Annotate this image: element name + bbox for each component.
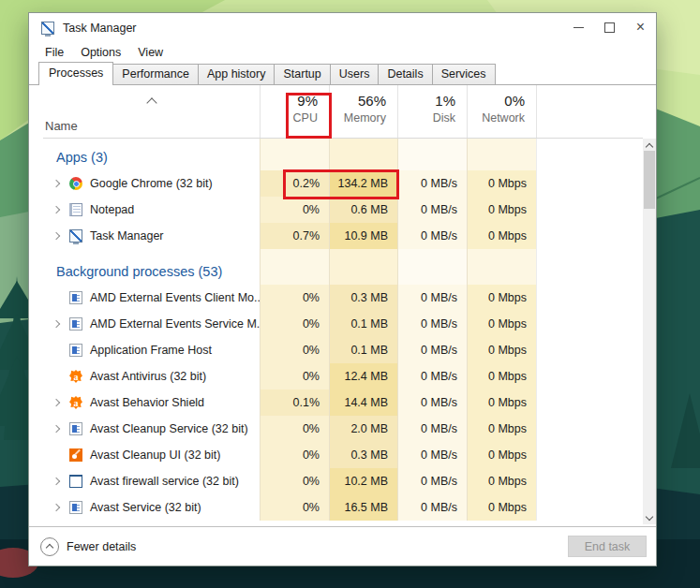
memory-cell: 16.5 MB — [329, 494, 397, 521]
tab-services[interactable]: Services — [432, 64, 496, 84]
close-button[interactable]: × — [625, 13, 656, 42]
avast-icon — [69, 396, 82, 409]
disk-cell — [397, 249, 467, 258]
expand-chevron-icon[interactable] — [52, 478, 60, 485]
network-cell — [467, 258, 536, 285]
disk-column-header[interactable]: 1% Disk — [397, 85, 467, 138]
disk-cell: 0 MB/s — [397, 285, 467, 311]
disk-cell: 0 MB/s — [397, 311, 467, 337]
network-column-header[interactable]: 0% Network — [467, 85, 536, 138]
process-name: AMD External Events Client Mo... — [90, 291, 263, 304]
process-name: Avast Antivirus (32 bit) — [90, 370, 206, 383]
process-row[interactable]: Avast Cleanup Service (32 bit) 0% 2.0 MB… — [43, 416, 643, 442]
memory-cell: 0.1 MB — [329, 337, 397, 363]
tab-users[interactable]: Users — [330, 64, 380, 84]
cpu-cell — [260, 144, 329, 170]
chevron-down-icon — [646, 512, 653, 520]
disk-cell: 0 MB/s — [397, 337, 467, 363]
footer-bar: Fewer details End task — [29, 526, 656, 566]
chrome-usage-highlight — [283, 169, 399, 199]
process-row[interactable]: AMD External Events Service M... 0% 0.1 … — [43, 311, 643, 337]
process-row[interactable]: Avast Service (32 bit) 0% 16.5 MB 0 MB/s… — [43, 494, 643, 521]
expand-chevron-icon[interactable] — [52, 232, 60, 240]
title-bar[interactable]: Task Manager × — [29, 13, 656, 42]
menu-options[interactable]: Options — [72, 46, 129, 59]
name-header-label: Name — [45, 119, 78, 133]
process-row[interactable]: Task Manager 0.7% 10.9 MB 0 MB/s 0 Mbps — [43, 223, 643, 249]
process-name: Avast Cleanup Service (32 bit) — [90, 422, 248, 435]
memory-cell: 0.6 MB — [329, 197, 397, 223]
process-row[interactable]: Application Frame Host 0% 0.1 MB 0 MB/s … — [43, 337, 643, 363]
network-cell: 0 Mbps — [467, 197, 536, 223]
row-filler — [536, 337, 643, 363]
cpu-cell: 0% — [260, 416, 329, 442]
expand-chevron-icon[interactable] — [52, 425, 60, 433]
process-row[interactable]: Avast Cleanup UI (32 bit) 0% 0.3 MB 0 MB… — [43, 442, 643, 468]
process-name: Google Chrome (32 bit) — [90, 177, 213, 190]
row-filler — [536, 468, 643, 494]
memory-total-usage: 56% — [330, 93, 386, 109]
cpu-cell: 0% — [260, 285, 329, 311]
group-spacer — [43, 249, 643, 258]
expand-chevron-icon[interactable] — [52, 206, 60, 213]
cpu-cell: 0% — [260, 363, 329, 390]
menu-view[interactable]: View — [129, 46, 171, 59]
process-group-header[interactable]: Background processes (53) — [43, 258, 643, 285]
scrollbar[interactable] — [643, 139, 656, 524]
cpu-cell: 0.1% — [260, 390, 329, 416]
header-filler — [536, 85, 643, 138]
sort-ascending-icon — [146, 97, 156, 108]
window-controls: × — [563, 13, 656, 42]
network-cell: 0 Mbps — [467, 170, 536, 197]
process-row[interactable]: AMD External Events Client Mo... 0% 0.3 … — [43, 285, 643, 311]
process-row[interactable]: Avast Behavior Shield 0.1% 14.4 MB 0 MB/… — [43, 390, 643, 416]
row-filler — [536, 390, 643, 416]
tab-startup[interactable]: Startup — [274, 64, 330, 84]
minimize-button[interactable] — [563, 13, 594, 42]
maximize-button[interactable] — [594, 13, 625, 42]
minimize-icon — [573, 27, 584, 28]
network-cell: 0 Mbps — [467, 285, 536, 311]
avast-icon — [69, 370, 82, 383]
row-filler — [536, 494, 643, 521]
expand-chevron-icon[interactable] — [52, 504, 60, 511]
expand-chevron-icon[interactable] — [52, 399, 60, 406]
network-cell: 0 Mbps — [467, 311, 536, 337]
fewer-details-toggle[interactable]: Fewer details — [40, 537, 136, 556]
row-filler — [536, 363, 643, 390]
process-row[interactable]: Avast Antivirus (32 bit) 0% 12.4 MB 0 MB… — [43, 363, 643, 390]
process-group-header[interactable]: Apps (3) — [43, 144, 643, 170]
tab-app-history[interactable]: App history — [198, 64, 276, 84]
name-column-header[interactable]: Name — [43, 85, 260, 138]
row-filler — [536, 416, 643, 442]
tab-details[interactable]: Details — [378, 64, 432, 84]
cpu-cell — [260, 249, 329, 258]
network-cell — [467, 249, 536, 258]
memory-cell: 10.9 MB — [329, 223, 397, 249]
process-name: Avast firewall service (32 bit) — [90, 475, 239, 488]
memory-cell — [329, 249, 397, 258]
process-name: Notepad — [90, 203, 134, 216]
memory-cell: 10.2 MB — [329, 468, 397, 494]
cpu-cell: 0% — [260, 442, 329, 468]
tab-processes[interactable]: Processes — [38, 62, 113, 85]
tab-performance[interactable]: Performance — [112, 64, 199, 84]
disk-cell: 0 MB/s — [397, 197, 467, 223]
cpu-cell — [260, 258, 329, 285]
tab-bar: Processes Performance App history Startu… — [29, 63, 656, 85]
cpu-cell: 0% — [260, 197, 329, 223]
scroll-down-button[interactable] — [643, 510, 656, 524]
scrollbar-thumb[interactable] — [644, 151, 655, 209]
network-cell — [467, 144, 536, 170]
disk-total-usage: 1% — [398, 93, 455, 109]
process-row[interactable]: Avast firewall service (32 bit) 0% 10.2 … — [43, 468, 643, 494]
memory-column-header[interactable]: 56% Memory — [329, 85, 397, 138]
expand-chevron-icon[interactable] — [52, 320, 60, 328]
end-task-button[interactable]: End task — [568, 536, 647, 557]
expand-chevron-icon[interactable] — [52, 180, 60, 187]
memory-cell — [329, 258, 397, 285]
process-row[interactable]: Notepad 0% 0.6 MB 0 MB/s 0 Mbps — [43, 197, 643, 223]
disk-cell: 0 MB/s — [397, 468, 467, 494]
group-label: Apps (3) — [56, 150, 108, 165]
menu-file[interactable]: File — [37, 46, 72, 59]
